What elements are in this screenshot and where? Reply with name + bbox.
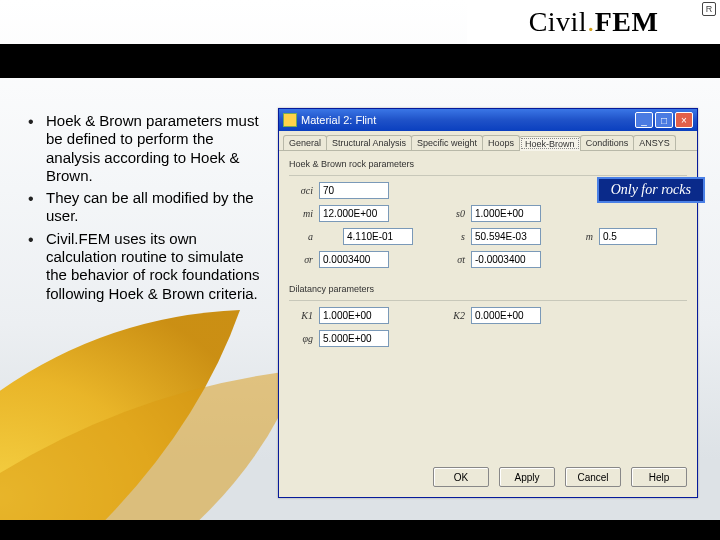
label-m: m — [569, 231, 593, 242]
tab-hoops[interactable]: Hoops — [482, 135, 520, 150]
brand-logo: Civil.FEM R — [467, 0, 720, 44]
app-icon — [283, 113, 297, 127]
tab-hoek-brown[interactable]: Hoek-Brown — [519, 136, 581, 151]
label-a: a — [289, 231, 313, 242]
tab-specific-weight[interactable]: Specific weight — [411, 135, 483, 150]
minimize-button[interactable]: _ — [635, 112, 653, 128]
label-k1: K1 — [289, 310, 313, 321]
tab-conditions[interactable]: Conditions — [580, 135, 635, 150]
material-dialog: Material 2: Flint _ □ × General Structur… — [278, 108, 698, 498]
tab-strip: General Structural Analysis Specific wei… — [279, 131, 697, 151]
label-mi: mi — [289, 208, 313, 219]
input-k2[interactable] — [471, 307, 541, 324]
label-s0: s0 — [441, 208, 465, 219]
cancel-button[interactable]: Cancel — [565, 467, 621, 487]
bullet-list: Hoek & Brown parameters must be defined … — [28, 112, 262, 307]
registered-icon: R — [702, 2, 716, 16]
dialog-button-row: OK Apply Cancel Help — [279, 461, 697, 497]
input-sci[interactable] — [319, 182, 389, 199]
list-item: They can be all modified by the user. — [28, 189, 262, 226]
apply-button[interactable]: Apply — [499, 467, 555, 487]
input-m[interactable] — [599, 228, 657, 245]
dialog-title: Material 2: Flint — [301, 114, 376, 126]
page-title: Hoek-Brown Failure Criteria — [14, 44, 331, 72]
logo-fem: FEM — [595, 6, 659, 37]
input-mi[interactable] — [319, 205, 389, 222]
header-black-bar-right — [467, 44, 720, 78]
label-st: σt — [441, 254, 465, 265]
logo-civil: Civil — [529, 6, 588, 37]
group-title-rock: Hoek & Brown rock parameters — [289, 159, 687, 169]
input-s0[interactable] — [471, 205, 541, 222]
close-button[interactable]: × — [675, 112, 693, 128]
list-item: Hoek & Brown parameters must be defined … — [28, 112, 262, 185]
input-k1[interactable] — [319, 307, 389, 324]
help-button[interactable]: Help — [631, 467, 687, 487]
input-g[interactable] — [319, 330, 389, 347]
divider — [289, 175, 687, 176]
input-s[interactable] — [471, 228, 541, 245]
group-title-dilatancy: Dilatancy parameters — [289, 284, 687, 294]
dialog-titlebar[interactable]: Material 2: Flint _ □ × — [279, 109, 697, 131]
callout-only-for-rocks: Only for rocks — [597, 177, 705, 203]
label-sci: σci — [289, 185, 313, 196]
label-s: s — [441, 231, 465, 242]
ok-button[interactable]: OK — [433, 467, 489, 487]
tab-general[interactable]: General — [283, 135, 327, 150]
label-k2: K2 — [441, 310, 465, 321]
input-sr[interactable] — [319, 251, 389, 268]
label-g: φg — [289, 333, 313, 344]
divider — [289, 300, 687, 301]
logo-dot-icon: . — [587, 6, 595, 37]
header: Hoek-Brown Failure Criteria Civil.FEM R — [0, 0, 720, 78]
dialog-panel: Only for rocks Hoek & Brown rock paramet… — [279, 151, 697, 461]
tab-ansys[interactable]: ANSYS — [633, 135, 676, 150]
input-st[interactable] — [471, 251, 541, 268]
list-item: Civil.FEM uses its own calculation routi… — [28, 230, 262, 303]
label-sr: σr — [289, 254, 313, 265]
tab-structural[interactable]: Structural Analysis — [326, 135, 412, 150]
maximize-button[interactable]: □ — [655, 112, 673, 128]
input-a[interactable] — [343, 228, 413, 245]
footer-strip — [0, 520, 720, 540]
